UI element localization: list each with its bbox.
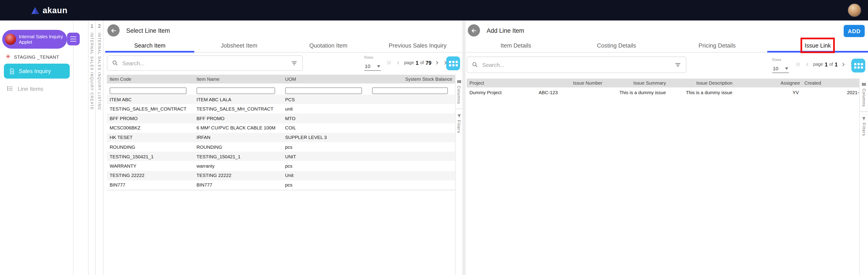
cell-item-code: TESTING_SALES_MH_CONTRACT: [107, 106, 194, 112]
rail-divider: [456, 108, 462, 109]
column-header[interactable]: Issue Description: [669, 80, 735, 86]
tab-pricing-details[interactable]: Pricing Details: [667, 39, 767, 52]
search-input[interactable]: [482, 62, 671, 68]
table-row[interactable]: BFF PROMO BFF PROMO MTO: [107, 114, 455, 123]
filter-input-item-code[interactable]: [110, 87, 187, 94]
cell-item-name: IRFAN: [194, 135, 282, 140]
column-header[interactable]: Item Code: [107, 76, 194, 82]
cell-item-name: BIN777: [194, 182, 282, 188]
table-row[interactable]: MCSC006BKZ 6 MM² CU/PVC BLACK CABLE 100M…: [107, 123, 455, 133]
sidebar-item-line-items[interactable]: Line Items: [7, 85, 43, 92]
first-page-button[interactable]: [386, 60, 393, 66]
columns-label: Columns: [861, 89, 866, 107]
add-button[interactable]: ADD: [844, 25, 865, 37]
rows-per-page-select[interactable]: Rows 10: [364, 55, 381, 71]
cell-uom: pcs: [282, 163, 369, 169]
workspace-tab-listing[interactable]: 2 INTERNAL SALES INQUIRY LISTING: [96, 21, 103, 275]
akaun-logo[interactable]: akaun: [31, 5, 67, 15]
sidebar: Internal Sales Inquiry Applet ✳ STAGING …: [0, 21, 74, 275]
filter-input-item-name[interactable]: [197, 87, 275, 94]
pagination: page1of1: [796, 61, 856, 68]
applet-button[interactable]: Internal Sales Inquiry Applet: [2, 30, 67, 49]
table-row[interactable]: Dummy Project ABC-123 This is a dummy is…: [467, 87, 859, 97]
cell-item-code: TESTING 22222: [107, 173, 194, 178]
sidebar-menu-icon[interactable]: [67, 33, 80, 45]
tab-item-details[interactable]: Item Details: [466, 39, 566, 52]
table-row[interactable]: TESTING 22222 TESTING 22222 Unit: [107, 171, 455, 180]
column-header[interactable]: Issue Number: [536, 80, 605, 86]
table-row[interactable]: ITEM ABC ITEM ABC LALA PCS: [107, 95, 455, 104]
item-table: Item CodeItem NameUOMSystem Stock Balanc…: [107, 75, 455, 190]
column-header[interactable]: Issue Summary: [605, 80, 669, 86]
table-row[interactable]: HK TESET IRFAN SUPPLER LEVEL 3: [107, 133, 455, 142]
view-module-button[interactable]: [851, 59, 865, 73]
search-icon: [112, 60, 118, 66]
column-header[interactable]: Created: [802, 80, 859, 86]
table-row[interactable]: TESTING_150421_1 TESTING_150421_1 UNIT: [107, 152, 455, 161]
rows-per-page-select[interactable]: Rows 10: [772, 58, 789, 73]
search-input[interactable]: [122, 60, 287, 66]
tab-previous-sales-inquiry[interactable]: Previous Sales Inquiry: [373, 39, 462, 52]
view-module-button[interactable]: [446, 57, 460, 70]
back-button[interactable]: [468, 24, 480, 37]
tab-jobsheet-item[interactable]: Jobsheet Item: [194, 39, 284, 52]
cell-item-name: TESTING_SALES_MH_CONTRACT: [194, 106, 282, 112]
tab-costing-details[interactable]: Costing Details: [566, 39, 667, 52]
column-header[interactable]: Project: [467, 80, 536, 86]
columns-icon: [861, 82, 866, 87]
search-box[interactable]: [467, 57, 687, 73]
search-icon: [471, 61, 478, 68]
cell-item-name: warranty: [194, 163, 282, 169]
sidebar-item-label: Line Items: [18, 85, 43, 92]
panel-title: Select Line Item: [126, 27, 170, 34]
filter-list-icon[interactable]: [674, 61, 682, 68]
user-avatar[interactable]: [847, 3, 861, 17]
table-row[interactable]: BIN777 BIN777 pcs: [107, 180, 455, 190]
search-box[interactable]: [107, 55, 303, 71]
workspace-tab-create[interactable]: 1 INTERNAL SALES INQUIRY CREATE: [88, 21, 96, 275]
cell-item-name: ITEM ABC LALA: [194, 97, 282, 102]
previous-page-button[interactable]: [395, 60, 401, 66]
tenant-selector[interactable]: ✳ STAGING _TENANT: [5, 54, 59, 60]
table-row[interactable]: WARRANTY warranty pcs: [107, 161, 455, 171]
table-row[interactable]: TESTING_SALES_MH_CONTRACT TESTING_SALES_…: [107, 104, 455, 114]
app-root: akaun Internal Sales Inquiry Applet ✳ ST…: [0, 0, 868, 275]
filters-toggle[interactable]: Filters: [861, 116, 866, 136]
left-toolbar: Rows 10 page1of79: [105, 53, 462, 77]
tab-issue-link[interactable]: Issue Link: [767, 39, 868, 52]
tab-quotation-item[interactable]: Quotation Item: [284, 39, 373, 52]
filter-list-icon[interactable]: [290, 59, 298, 67]
cell-item-code: HK TESET: [107, 135, 194, 140]
next-page-button[interactable]: [434, 60, 440, 66]
right-toolbar: Rows 10 page1of1: [466, 53, 868, 77]
column-header[interactable]: Item Name: [194, 76, 282, 82]
first-page-button[interactable]: [796, 61, 802, 68]
column-header[interactable]: UOM: [282, 76, 369, 82]
table-side-rail: Columns Filters: [859, 77, 868, 275]
tab-search-item[interactable]: Search Item: [105, 39, 194, 52]
cell-issue-description: This is a dummy issue: [669, 90, 735, 95]
columns-icon: [457, 79, 462, 84]
cell-uom: MTO: [282, 115, 369, 121]
rows-value: 10: [365, 64, 370, 69]
previous-page-button[interactable]: [804, 61, 810, 68]
table-row[interactable]: ROUNDING ROUNDING pcs: [107, 142, 455, 152]
back-button[interactable]: [107, 24, 120, 37]
column-header[interactable]: Assignee: [735, 80, 802, 86]
panel-header: Select Line Item: [107, 24, 170, 37]
column-filter-row: [107, 83, 455, 95]
sidebar-item-sales-inquiry[interactable]: Sales Inquiry: [4, 64, 70, 79]
applet-label: Internal Sales Inquiry Applet: [19, 34, 64, 45]
cell-item-name: TESTING_150421_1: [194, 154, 282, 159]
filter-input-system-stock-balance[interactable]: [372, 87, 448, 94]
filters-toggle[interactable]: Filters: [457, 113, 462, 133]
filter-input-uom[interactable]: [285, 87, 362, 94]
cell-item-code: MCSC006BKZ: [107, 125, 194, 131]
right-panel-tabbar: Item Details Costing Details Pricing Det…: [466, 39, 868, 53]
cell-uom: COIL: [282, 125, 369, 131]
applet-icon: [5, 34, 16, 45]
column-header[interactable]: System Stock Balance: [369, 76, 455, 82]
columns-toggle[interactable]: Columns: [861, 82, 866, 107]
columns-toggle[interactable]: Columns: [457, 79, 462, 104]
next-page-button[interactable]: [840, 61, 847, 68]
